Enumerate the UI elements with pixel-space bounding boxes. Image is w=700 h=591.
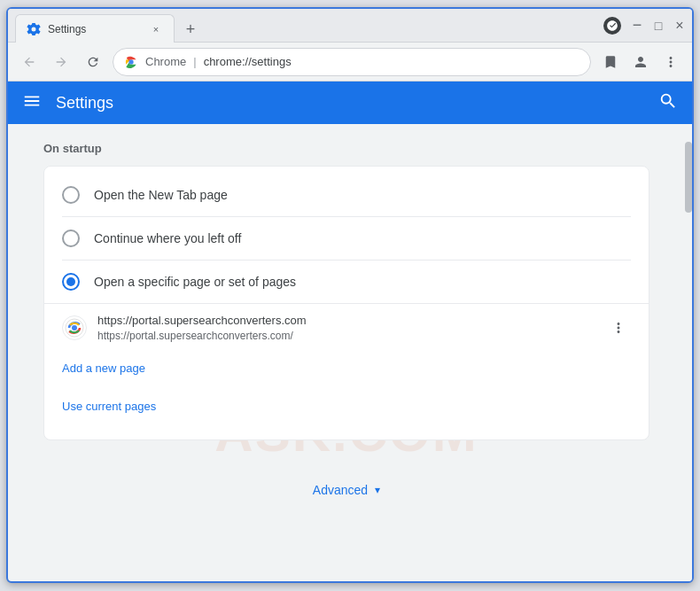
url-main-text: https://portal.supersearchconverters.com [97, 313, 595, 329]
advanced-arrow-icon: ▾ [375, 484, 380, 496]
startup-option-new-tab[interactable]: Open the New Tab page [44, 174, 649, 216]
address-actions [598, 50, 683, 74]
site-favicon [62, 315, 87, 340]
refresh-button[interactable] [81, 50, 105, 74]
maximize-button[interactable]: □ [653, 20, 664, 31]
close-button[interactable]: × [674, 20, 685, 31]
radio-continue[interactable] [62, 229, 80, 247]
url-separator: | [193, 55, 196, 68]
radio-new-tab[interactable] [62, 186, 80, 204]
startup-option-specific[interactable]: Open a specific page or set of pages [44, 261, 649, 303]
title-bar: Settings × + − □ × [8, 9, 692, 43]
scrollbar-thumb[interactable] [685, 142, 692, 213]
add-new-page-button[interactable]: Add a new page [44, 353, 163, 384]
tab-close-button[interactable]: × [149, 22, 163, 36]
url-entry-more-button[interactable] [606, 315, 631, 340]
ssc-favicon-icon [65, 318, 84, 338]
radio-new-tab-label: Open the New Tab page [94, 188, 228, 202]
settings-page-title: Settings [56, 94, 658, 113]
settings-header: Settings [8, 82, 692, 124]
advanced-button-label: Advanced [313, 483, 368, 497]
profile-dropdown-icon[interactable] [603, 17, 621, 35]
svg-point-2 [72, 325, 77, 330]
minimize-button[interactable]: − [632, 20, 642, 31]
browser-window: Settings × + − □ × [6, 7, 694, 583]
menu-icon[interactable] [22, 91, 42, 115]
back-button[interactable] [17, 50, 42, 74]
url-entry: https://portal.supersearchconverters.com… [44, 303, 649, 353]
startup-settings-card: Open the New Tab page Continue where you… [43, 166, 649, 440]
window-controls: − □ × [603, 17, 685, 35]
address-bar: Chrome | chrome://settings [8, 43, 692, 82]
radio-specific-label: Open a specific page or set of pages [94, 275, 296, 289]
advanced-section: Advanced ▾ [43, 462, 649, 518]
content-area: PC ASK.COM On startup Open the New Tab p… [8, 124, 685, 581]
url-brand: Chrome [145, 55, 186, 68]
tab-title: Settings [48, 23, 142, 35]
url-bar[interactable]: Chrome | chrome://settings [113, 48, 591, 76]
url-sub-text: https://portal.supersearchconverters.com… [97, 329, 595, 344]
new-tab-button[interactable]: + [178, 17, 203, 42]
tabs-area: Settings × + [15, 9, 603, 42]
svg-point-0 [128, 59, 133, 64]
url-text: chrome://settings [204, 55, 579, 68]
bookmark-button[interactable] [598, 50, 623, 74]
radio-continue-label: Continue where you left off [94, 231, 241, 245]
radio-specific[interactable] [62, 273, 80, 291]
active-tab[interactable]: Settings × [15, 14, 175, 43]
chrome-icon [124, 55, 138, 69]
main-content: PC ASK.COM On startup Open the New Tab p… [8, 124, 692, 581]
use-current-pages-button[interactable]: Use current pages [44, 391, 174, 422]
profile-button[interactable] [628, 50, 653, 74]
startup-option-continue[interactable]: Continue where you left off [44, 217, 649, 260]
tab-favicon-icon [27, 22, 41, 36]
url-info: https://portal.supersearchconverters.com… [97, 313, 595, 344]
forward-button[interactable] [49, 50, 74, 74]
more-button[interactable] [658, 50, 683, 74]
section-title: On startup [43, 142, 649, 155]
scrollbar-track[interactable] [685, 124, 692, 581]
settings-search-button[interactable] [658, 91, 678, 115]
advanced-button[interactable]: Advanced ▾ [299, 476, 394, 504]
